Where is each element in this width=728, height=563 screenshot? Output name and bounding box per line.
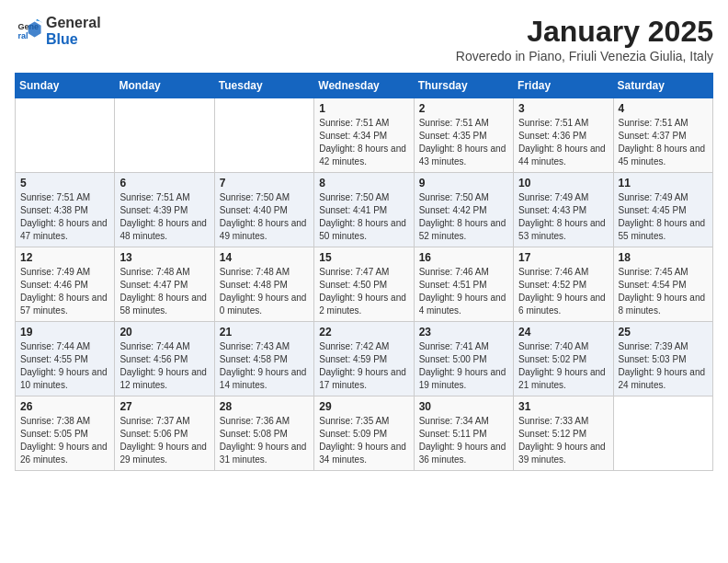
calendar-cell: 5Sunrise: 7:51 AM Sunset: 4:38 PM Daylig…	[16, 173, 115, 247]
calendar-cell: 19Sunrise: 7:44 AM Sunset: 4:55 PM Dayli…	[16, 322, 115, 396]
day-info: Sunrise: 7:49 AM Sunset: 4:45 PM Dayligh…	[619, 191, 708, 243]
day-info: Sunrise: 7:34 AM Sunset: 5:11 PM Dayligh…	[419, 415, 508, 466]
calendar-cell: 12Sunrise: 7:49 AM Sunset: 4:46 PM Dayli…	[16, 247, 115, 322]
day-number: 29	[319, 400, 408, 413]
day-info: Sunrise: 7:48 AM Sunset: 4:48 PM Dayligh…	[220, 266, 309, 317]
calendar-cell: 9Sunrise: 7:50 AM Sunset: 4:42 PM Daylig…	[414, 173, 513, 247]
day-info: Sunrise: 7:50 AM Sunset: 4:40 PM Dayligh…	[220, 191, 309, 243]
day-header-friday: Friday	[514, 74, 613, 98]
day-info: Sunrise: 7:49 AM Sunset: 4:43 PM Dayligh…	[518, 191, 608, 243]
day-header-thursday: Thursday	[414, 74, 513, 98]
week-row-3: 12Sunrise: 7:49 AM Sunset: 4:46 PM Dayli…	[16, 247, 713, 322]
week-row-5: 26Sunrise: 7:38 AM Sunset: 5:05 PM Dayli…	[16, 396, 713, 471]
day-number: 8	[319, 177, 408, 190]
day-number: 3	[518, 102, 608, 115]
calendar-cell	[613, 396, 712, 471]
day-info: Sunrise: 7:46 AM Sunset: 4:52 PM Dayligh…	[518, 266, 608, 317]
calendar-cell: 10Sunrise: 7:49 AM Sunset: 4:43 PM Dayli…	[514, 173, 613, 247]
calendar-cell: 8Sunrise: 7:50 AM Sunset: 4:41 PM Daylig…	[314, 173, 414, 247]
day-info: Sunrise: 7:43 AM Sunset: 4:58 PM Dayligh…	[220, 340, 309, 392]
day-info: Sunrise: 7:48 AM Sunset: 4:47 PM Dayligh…	[119, 266, 209, 317]
calendar-cell: 18Sunrise: 7:45 AM Sunset: 4:54 PM Dayli…	[613, 247, 712, 322]
day-number: 30	[419, 400, 508, 413]
day-number: 1	[319, 102, 408, 115]
day-info: Sunrise: 7:45 AM Sunset: 4:54 PM Dayligh…	[619, 266, 708, 317]
calendar-cell: 20Sunrise: 7:44 AM Sunset: 4:56 PM Dayli…	[115, 322, 214, 396]
day-info: Sunrise: 7:44 AM Sunset: 4:56 PM Dayligh…	[119, 340, 209, 392]
calendar-cell: 3Sunrise: 7:51 AM Sunset: 4:36 PM Daylig…	[514, 98, 613, 173]
calendar-subtitle: Roveredo in Piano, Friuli Venezia Giulia…	[456, 49, 713, 63]
calendar-cell: 1Sunrise: 7:51 AM Sunset: 4:34 PM Daylig…	[314, 98, 414, 173]
day-info: Sunrise: 7:39 AM Sunset: 5:03 PM Dayligh…	[619, 340, 708, 392]
days-header-row: SundayMondayTuesdayWednesdayThursdayFrid…	[16, 74, 713, 98]
day-number: 18	[619, 251, 708, 264]
calendar-cell: 21Sunrise: 7:43 AM Sunset: 4:58 PM Dayli…	[214, 322, 313, 396]
day-number: 27	[119, 400, 209, 413]
calendar-title: January 2025	[456, 15, 713, 49]
day-info: Sunrise: 7:36 AM Sunset: 5:08 PM Dayligh…	[220, 415, 309, 466]
calendar-cell	[115, 98, 214, 173]
day-header-tuesday: Tuesday	[214, 74, 313, 98]
day-number: 6	[119, 177, 209, 190]
day-number: 14	[220, 251, 309, 264]
day-number: 16	[419, 251, 508, 264]
logo-blue-text: Blue	[46, 31, 101, 48]
day-info: Sunrise: 7:49 AM Sunset: 4:46 PM Dayligh…	[20, 266, 109, 317]
day-number: 24	[518, 326, 608, 339]
day-info: Sunrise: 7:40 AM Sunset: 5:02 PM Dayligh…	[518, 340, 608, 392]
day-number: 19	[20, 326, 109, 339]
day-info: Sunrise: 7:37 AM Sunset: 5:06 PM Dayligh…	[119, 415, 209, 466]
calendar-cell: 26Sunrise: 7:38 AM Sunset: 5:05 PM Dayli…	[16, 396, 115, 471]
day-info: Sunrise: 7:44 AM Sunset: 4:55 PM Dayligh…	[20, 340, 109, 392]
day-number: 12	[20, 251, 109, 264]
day-header-monday: Monday	[115, 74, 214, 98]
calendar-cell: 6Sunrise: 7:51 AM Sunset: 4:39 PM Daylig…	[115, 173, 214, 247]
week-row-2: 5Sunrise: 7:51 AM Sunset: 4:38 PM Daylig…	[16, 173, 713, 247]
calendar-cell: 7Sunrise: 7:50 AM Sunset: 4:40 PM Daylig…	[214, 173, 313, 247]
week-row-1: 1Sunrise: 7:51 AM Sunset: 4:34 PM Daylig…	[16, 98, 713, 173]
day-number: 22	[319, 326, 408, 339]
day-info: Sunrise: 7:35 AM Sunset: 5:09 PM Dayligh…	[319, 415, 408, 466]
day-number: 26	[20, 400, 109, 413]
calendar-cell: 17Sunrise: 7:46 AM Sunset: 4:52 PM Dayli…	[514, 247, 613, 322]
day-number: 9	[419, 177, 508, 190]
day-info: Sunrise: 7:50 AM Sunset: 4:41 PM Dayligh…	[319, 191, 408, 243]
logo-general-text: General	[46, 15, 101, 31]
day-info: Sunrise: 7:51 AM Sunset: 4:35 PM Dayligh…	[419, 117, 508, 168]
day-number: 17	[518, 251, 608, 264]
day-number: 7	[220, 177, 309, 190]
calendar-cell: 27Sunrise: 7:37 AM Sunset: 5:06 PM Dayli…	[115, 396, 214, 471]
calendar-cell: 16Sunrise: 7:46 AM Sunset: 4:51 PM Dayli…	[414, 247, 513, 322]
day-info: Sunrise: 7:33 AM Sunset: 5:12 PM Dayligh…	[518, 415, 608, 466]
day-number: 21	[220, 326, 309, 339]
day-number: 28	[220, 400, 309, 413]
day-info: Sunrise: 7:51 AM Sunset: 4:34 PM Dayligh…	[319, 117, 408, 168]
day-info: Sunrise: 7:50 AM Sunset: 4:42 PM Dayligh…	[419, 191, 508, 243]
calendar-cell: 13Sunrise: 7:48 AM Sunset: 4:47 PM Dayli…	[115, 247, 214, 322]
calendar-cell	[214, 98, 313, 173]
calendar-cell: 2Sunrise: 7:51 AM Sunset: 4:35 PM Daylig…	[414, 98, 513, 173]
day-number: 15	[319, 251, 408, 264]
logo: Gene ral General Blue	[15, 15, 101, 48]
day-info: Sunrise: 7:51 AM Sunset: 4:38 PM Dayligh…	[20, 191, 109, 243]
calendar-cell: 23Sunrise: 7:41 AM Sunset: 5:00 PM Dayli…	[414, 322, 513, 396]
day-info: Sunrise: 7:38 AM Sunset: 5:05 PM Dayligh…	[20, 415, 109, 466]
day-header-wednesday: Wednesday	[314, 74, 414, 98]
calendar-cell: 22Sunrise: 7:42 AM Sunset: 4:59 PM Dayli…	[314, 322, 414, 396]
day-number: 10	[518, 177, 608, 190]
calendar-cell: 4Sunrise: 7:51 AM Sunset: 4:37 PM Daylig…	[613, 98, 712, 173]
calendar-cell: 11Sunrise: 7:49 AM Sunset: 4:45 PM Dayli…	[613, 173, 712, 247]
title-area: January 2025 Roveredo in Piano, Friuli V…	[456, 15, 713, 63]
day-header-sunday: Sunday	[16, 74, 115, 98]
day-number: 23	[419, 326, 508, 339]
day-info: Sunrise: 7:46 AM Sunset: 4:51 PM Dayligh…	[419, 266, 508, 317]
logo-icon: Gene ral	[17, 17, 42, 42]
calendar-cell: 15Sunrise: 7:47 AM Sunset: 4:50 PM Dayli…	[314, 247, 414, 322]
week-row-4: 19Sunrise: 7:44 AM Sunset: 4:55 PM Dayli…	[16, 322, 713, 396]
day-number: 31	[518, 400, 608, 413]
day-header-saturday: Saturday	[613, 74, 712, 98]
calendar-cell	[16, 98, 115, 173]
day-number: 13	[119, 251, 209, 264]
day-info: Sunrise: 7:42 AM Sunset: 4:59 PM Dayligh…	[319, 340, 408, 392]
day-info: Sunrise: 7:51 AM Sunset: 4:37 PM Dayligh…	[619, 117, 708, 168]
